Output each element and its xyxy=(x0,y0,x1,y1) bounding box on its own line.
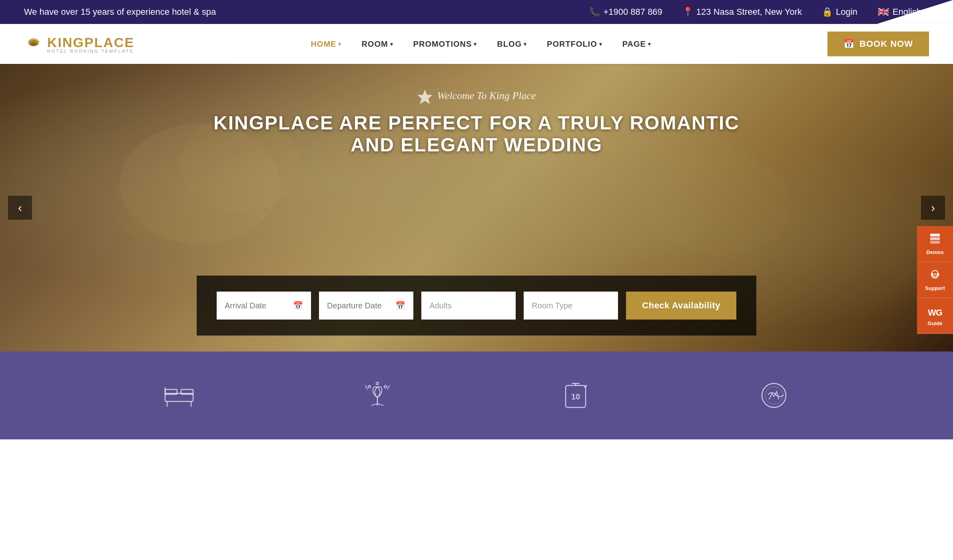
welcome-label: Welcome To King Place xyxy=(437,90,536,102)
chevron-down-icon: ▾ xyxy=(599,41,602,47)
header: KINGPLACE HOTEL BOOKING TEMPLATE HOME ▾ … xyxy=(0,24,953,64)
headset-icon: 24H xyxy=(929,268,941,280)
lock-icon: 🔒 xyxy=(822,7,833,17)
adults-select[interactable]: Adults 1 Adult 2 Adults 3 Adults 4 Adult… xyxy=(429,301,508,310)
timer-icon: 10 xyxy=(560,379,592,411)
nav-promotions[interactable]: PROMOTIONS ▾ xyxy=(413,40,477,49)
slider-prev-button[interactable]: ‹ xyxy=(8,196,32,220)
booking-form: 📅 📅 Adults 1 Adult 2 Adults 3 Adults 4 A… xyxy=(197,276,756,336)
login-link[interactable]: 🔒 Login xyxy=(822,7,857,17)
arrow-right-icon: › xyxy=(931,201,935,214)
location-icon: 📍 xyxy=(682,7,693,17)
guide-icon: WG xyxy=(928,306,942,318)
book-now-button[interactable]: 📅 BOOK NOW xyxy=(827,32,929,56)
logo-brand: KING xyxy=(47,35,84,50)
svg-marker-6 xyxy=(418,90,432,104)
nav-portfolio[interactable]: PORTFOLIO ▾ xyxy=(547,40,602,49)
bed-icon xyxy=(163,381,195,409)
svg-text:10: 10 xyxy=(571,392,580,401)
hero-section: Welcome To King Place KINGPLACE ARE PERF… xyxy=(0,64,953,351)
slider-next-button[interactable]: › xyxy=(921,196,945,220)
svg-line-18 xyxy=(387,385,389,389)
svg-rect-28 xyxy=(930,241,940,244)
side-buttons: Demos 24H Support WG Guide xyxy=(917,226,953,334)
demos-label: Demos xyxy=(926,249,943,255)
layers-icon xyxy=(929,232,941,247)
top-bar: We have over 15 years of experience hote… xyxy=(0,0,953,24)
logo-name: KINGPLACE xyxy=(47,35,134,50)
guide-letters: WG xyxy=(928,308,942,318)
phone-icon: 📞 xyxy=(589,7,600,17)
svg-point-16 xyxy=(376,382,379,385)
feature-celebration xyxy=(361,379,393,411)
arrow-left-icon: ‹ xyxy=(18,201,22,214)
demos-button[interactable]: Demos xyxy=(917,226,953,262)
room-type-select[interactable]: Room Type Standard Deluxe Suite Family xyxy=(532,301,610,310)
svg-point-24 xyxy=(762,383,786,407)
chevron-down-icon: ▾ xyxy=(648,41,651,47)
room-type-select-field[interactable]: Room Type Standard Deluxe Suite Family xyxy=(524,292,618,320)
check-availability-button[interactable]: Check Availability xyxy=(626,292,736,320)
crown-icon xyxy=(417,88,433,104)
logo-icon xyxy=(24,34,43,54)
logo-subtitle: HOTEL BOOKING TEMPLATE xyxy=(47,49,134,54)
nav-room[interactable]: ROOM ▾ xyxy=(361,40,393,49)
chevron-down-icon: ▾ xyxy=(390,41,393,47)
chevron-down-icon: ▾ xyxy=(524,41,527,47)
adults-select-field[interactable]: Adults 1 Adult 2 Adults 3 Adults 4 Adult… xyxy=(421,292,516,320)
arrival-date-input[interactable] xyxy=(225,301,293,310)
chevron-down-icon: ▾ xyxy=(925,7,929,17)
support-icon: 24H xyxy=(929,268,941,283)
nav-blog[interactable]: BLOG ▾ xyxy=(497,40,527,49)
support-label: Support xyxy=(925,285,945,291)
svg-rect-27 xyxy=(930,237,940,240)
feature-quality xyxy=(758,379,790,411)
nav-home[interactable]: HOME ▾ xyxy=(311,40,341,49)
svg-text:24H: 24H xyxy=(932,272,938,276)
login-button[interactable]: Login xyxy=(836,7,857,17)
svg-point-25 xyxy=(765,387,783,404)
flag-icon: 🇬🇧 xyxy=(877,6,889,18)
support-button[interactable]: 24H Support xyxy=(917,262,953,298)
language-selector[interactable]: 🇬🇧 English ▾ xyxy=(877,6,929,18)
departure-date-field[interactable]: 📅 xyxy=(319,292,413,320)
address-text: 123 Nasa Street, New York xyxy=(696,7,802,17)
phone-number: +1900 887 869 xyxy=(603,7,662,17)
svg-line-17 xyxy=(365,385,367,389)
chevron-down-icon: ▾ xyxy=(474,41,477,47)
svg-point-14 xyxy=(368,385,371,388)
hero-title: KINGPLACE ARE PERFECT FOR A TRULY ROMANT… xyxy=(197,112,756,156)
welcome-text: Welcome To King Place xyxy=(417,88,536,104)
calendar-icon: 📅 xyxy=(293,301,303,310)
departure-date-input[interactable] xyxy=(327,301,395,310)
top-bar-right: 📞 +1900 887 869 📍 123 Nasa Street, New Y… xyxy=(589,6,929,18)
svg-point-15 xyxy=(384,385,387,388)
celebration-icon xyxy=(361,379,393,411)
guide-label: Guide xyxy=(928,320,943,326)
quality-icon xyxy=(758,379,790,411)
book-now-label: BOOK NOW xyxy=(859,39,913,49)
svg-rect-26 xyxy=(930,234,940,236)
guide-button[interactable]: WG Guide xyxy=(917,298,953,334)
phone-info: 📞 +1900 887 869 xyxy=(589,7,662,17)
main-nav: HOME ▾ ROOM ▾ PROMOTIONS ▾ BLOG ▾ PORTFO… xyxy=(311,40,651,49)
logo-text: KINGPLACE HOTEL BOOKING TEMPLATE xyxy=(47,35,134,54)
arrival-date-field[interactable]: 📅 xyxy=(217,292,311,320)
address-info: 📍 123 Nasa Street, New York xyxy=(682,7,802,17)
top-bar-tagline: We have over 15 years of experience hote… xyxy=(24,7,216,17)
demos-icon xyxy=(929,232,941,244)
chevron-down-icon: ▾ xyxy=(338,41,341,47)
language-label: English xyxy=(893,7,921,17)
logo-accent: PLACE xyxy=(84,35,134,50)
calendar-icon: 📅 xyxy=(843,39,855,49)
feature-bed xyxy=(163,381,195,409)
feature-timer: 10 xyxy=(560,379,592,411)
feature-strip: 10 xyxy=(0,351,953,439)
logo[interactable]: KINGPLACE HOTEL BOOKING TEMPLATE xyxy=(24,34,134,54)
calendar-icon: 📅 xyxy=(395,301,405,310)
nav-page[interactable]: PAGE ▾ xyxy=(622,40,651,49)
